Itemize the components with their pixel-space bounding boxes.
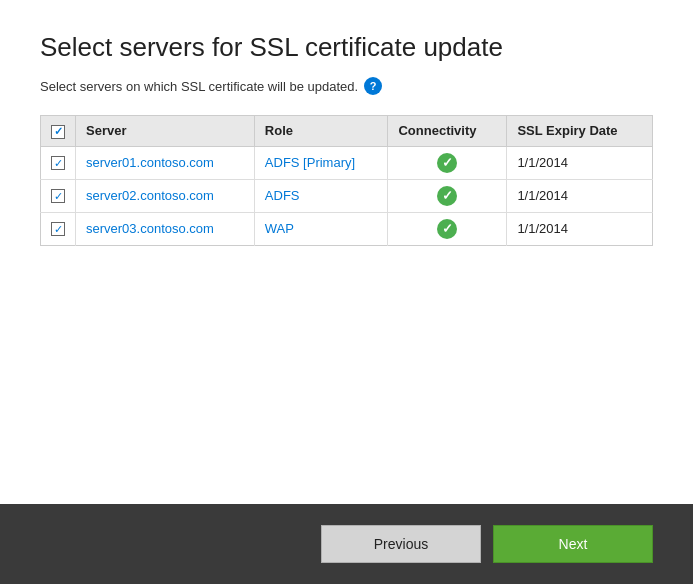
table-header: Server Role Connectivity SSL Expiry Date [41, 116, 653, 147]
row-checkbox-cell [41, 179, 76, 212]
row-checkbox-cell [41, 146, 76, 179]
role-cell: WAP [254, 212, 388, 245]
ssl-expiry-cell: 1/1/2014 [507, 179, 653, 212]
page-title: Select servers for SSL certificate updat… [40, 32, 653, 63]
role-link[interactable]: WAP [265, 221, 294, 236]
table-row: server01.contoso.comADFS [Primary]✓1/1/2… [41, 146, 653, 179]
previous-button[interactable]: Previous [321, 525, 481, 563]
connectivity-cell: ✓ [388, 212, 507, 245]
server-link[interactable]: server03.contoso.com [86, 221, 214, 236]
server-link[interactable]: server02.contoso.com [86, 188, 214, 203]
subtitle-text: Select servers on which SSL certificate … [40, 79, 358, 94]
row-checkbox[interactable] [51, 222, 65, 236]
table-row: server03.contoso.comWAP✓1/1/2014 [41, 212, 653, 245]
th-role: Role [254, 116, 388, 147]
server-table: Server Role Connectivity SSL Expiry Date… [40, 115, 653, 246]
connectivity-cell: ✓ [388, 179, 507, 212]
row-checkbox-cell [41, 212, 76, 245]
th-server: Server [76, 116, 255, 147]
server-link[interactable]: server01.contoso.com [86, 155, 214, 170]
footer: Previous Next [0, 504, 693, 584]
table-row: server02.contoso.comADFS✓1/1/2014 [41, 179, 653, 212]
role-cell: ADFS [254, 179, 388, 212]
connectivity-ok-icon: ✓ [437, 153, 457, 173]
th-connectivity: Connectivity [388, 116, 507, 147]
main-content: Select servers for SSL certificate updat… [0, 0, 693, 504]
th-checkbox [41, 116, 76, 147]
role-cell: ADFS [Primary] [254, 146, 388, 179]
next-button[interactable]: Next [493, 525, 653, 563]
table-body: server01.contoso.comADFS [Primary]✓1/1/2… [41, 146, 653, 245]
help-icon[interactable]: ? [364, 77, 382, 95]
connectivity-cell: ✓ [388, 146, 507, 179]
connectivity-ok-icon: ✓ [437, 219, 457, 239]
row-checkbox[interactable] [51, 189, 65, 203]
server-cell: server03.contoso.com [76, 212, 255, 245]
role-link[interactable]: ADFS [Primary] [265, 155, 355, 170]
ssl-expiry-cell: 1/1/2014 [507, 146, 653, 179]
server-cell: server01.contoso.com [76, 146, 255, 179]
row-checkbox[interactable] [51, 156, 65, 170]
connectivity-ok-icon: ✓ [437, 186, 457, 206]
server-cell: server02.contoso.com [76, 179, 255, 212]
select-all-checkbox[interactable] [51, 125, 65, 139]
subtitle-row: Select servers on which SSL certificate … [40, 77, 653, 95]
role-link[interactable]: ADFS [265, 188, 300, 203]
ssl-expiry-cell: 1/1/2014 [507, 212, 653, 245]
th-ssl-expiry: SSL Expiry Date [507, 116, 653, 147]
